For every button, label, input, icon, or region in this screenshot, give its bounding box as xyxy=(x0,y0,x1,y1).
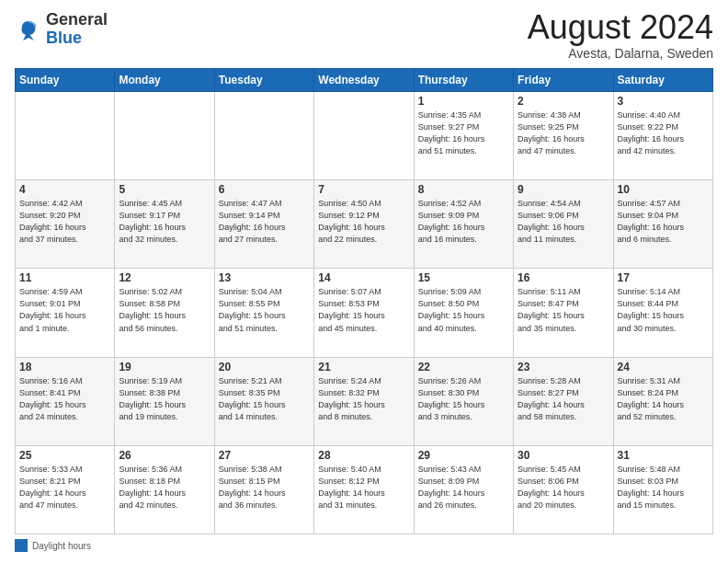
calendar-cell: 7Sunrise: 4:50 AM Sunset: 9:12 PM Daylig… xyxy=(314,180,414,269)
calendar-cell xyxy=(314,92,414,180)
calendar-week-row: 18Sunrise: 5:16 AM Sunset: 8:41 PM Dayli… xyxy=(16,357,713,445)
day-number: 14 xyxy=(318,271,409,284)
calendar-cell: 30Sunrise: 5:45 AM Sunset: 8:06 PM Dayli… xyxy=(514,445,613,534)
day-number: 2 xyxy=(518,95,609,108)
day-info: Sunrise: 4:35 AM Sunset: 9:27 PM Dayligh… xyxy=(418,109,509,157)
calendar-cell: 9Sunrise: 4:54 AM Sunset: 9:06 PM Daylig… xyxy=(514,180,613,269)
location: Avesta, Dalarna, Sweden xyxy=(528,46,713,61)
day-number: 7 xyxy=(318,183,409,196)
calendar-cell: 20Sunrise: 5:21 AM Sunset: 8:35 PM Dayli… xyxy=(214,357,313,445)
calendar-cell: 17Sunrise: 5:14 AM Sunset: 8:44 PM Dayli… xyxy=(613,269,712,357)
day-info: Sunrise: 5:26 AM Sunset: 8:30 PM Dayligh… xyxy=(418,375,509,423)
day-info: Sunrise: 5:48 AM Sunset: 8:03 PM Dayligh… xyxy=(618,464,709,511)
calendar-cell: 21Sunrise: 5:24 AM Sunset: 8:32 PM Dayli… xyxy=(314,357,414,445)
day-info: Sunrise: 5:04 AM Sunset: 8:55 PM Dayligh… xyxy=(219,286,310,334)
day-info: Sunrise: 5:45 AM Sunset: 8:06 PM Dayligh… xyxy=(518,464,609,511)
day-info: Sunrise: 5:31 AM Sunset: 8:24 PM Dayligh… xyxy=(618,375,709,423)
calendar-cell: 29Sunrise: 5:43 AM Sunset: 8:09 PM Dayli… xyxy=(414,445,513,534)
day-info: Sunrise: 4:47 AM Sunset: 9:14 PM Dayligh… xyxy=(219,198,310,246)
calendar-week-row: 11Sunrise: 4:59 AM Sunset: 9:01 PM Dayli… xyxy=(16,269,713,357)
day-info: Sunrise: 5:36 AM Sunset: 8:18 PM Dayligh… xyxy=(119,464,210,511)
calendar-cell: 22Sunrise: 5:26 AM Sunset: 8:30 PM Dayli… xyxy=(414,357,513,445)
calendar-cell: 6Sunrise: 4:47 AM Sunset: 9:14 PM Daylig… xyxy=(214,180,313,269)
logo-text: General Blue xyxy=(46,11,108,48)
day-number: 26 xyxy=(119,449,210,462)
day-info: Sunrise: 5:33 AM Sunset: 8:21 PM Dayligh… xyxy=(19,464,110,511)
calendar-cell: 27Sunrise: 5:38 AM Sunset: 8:15 PM Dayli… xyxy=(214,445,313,534)
day-info: Sunrise: 5:09 AM Sunset: 8:50 PM Dayligh… xyxy=(418,286,509,334)
day-number: 20 xyxy=(219,361,310,373)
daylight-label: Daylight hours xyxy=(32,541,91,551)
calendar-cell: 3Sunrise: 4:40 AM Sunset: 9:22 PM Daylig… xyxy=(613,92,712,180)
day-info: Sunrise: 4:52 AM Sunset: 9:09 PM Dayligh… xyxy=(418,198,509,246)
day-number: 31 xyxy=(618,449,709,462)
day-number: 24 xyxy=(618,361,709,373)
day-number: 29 xyxy=(418,449,509,462)
calendar-cell: 16Sunrise: 5:11 AM Sunset: 8:47 PM Dayli… xyxy=(514,269,613,357)
day-info: Sunrise: 4:40 AM Sunset: 9:22 PM Dayligh… xyxy=(618,109,709,157)
calendar-cell: 28Sunrise: 5:40 AM Sunset: 8:12 PM Dayli… xyxy=(314,445,414,534)
calendar-cell: 11Sunrise: 4:59 AM Sunset: 9:01 PM Dayli… xyxy=(16,269,115,357)
day-info: Sunrise: 4:57 AM Sunset: 9:04 PM Dayligh… xyxy=(618,198,709,246)
calendar-cell: 12Sunrise: 5:02 AM Sunset: 8:58 PM Dayli… xyxy=(115,269,214,357)
day-number: 8 xyxy=(418,183,509,196)
header: General Blue August 2024 Avesta, Dalarna… xyxy=(15,11,713,61)
daylight-swatch xyxy=(15,539,28,552)
day-info: Sunrise: 5:14 AM Sunset: 8:44 PM Dayligh… xyxy=(618,286,709,334)
calendar-cell: 14Sunrise: 5:07 AM Sunset: 8:53 PM Dayli… xyxy=(314,269,414,357)
day-number: 28 xyxy=(318,449,409,462)
logo-general: General xyxy=(46,10,108,29)
day-number: 11 xyxy=(19,271,110,284)
day-info: Sunrise: 5:43 AM Sunset: 8:09 PM Dayligh… xyxy=(418,464,509,511)
day-info: Sunrise: 5:16 AM Sunset: 8:41 PM Dayligh… xyxy=(19,375,110,423)
logo-blue: Blue xyxy=(46,29,82,47)
day-info: Sunrise: 5:21 AM Sunset: 8:35 PM Dayligh… xyxy=(219,375,310,423)
calendar-day-header: Tuesday xyxy=(214,69,313,92)
calendar-week-row: 1Sunrise: 4:35 AM Sunset: 9:27 PM Daylig… xyxy=(16,92,713,180)
calendar-cell xyxy=(214,92,313,180)
calendar-cell: 5Sunrise: 4:45 AM Sunset: 9:17 PM Daylig… xyxy=(115,180,214,269)
day-number: 18 xyxy=(19,361,110,373)
calendar-day-header: Monday xyxy=(115,69,214,92)
day-info: Sunrise: 4:59 AM Sunset: 9:01 PM Dayligh… xyxy=(19,286,110,334)
calendar-cell: 10Sunrise: 4:57 AM Sunset: 9:04 PM Dayli… xyxy=(613,180,712,269)
day-number: 21 xyxy=(318,361,409,373)
day-number: 3 xyxy=(618,95,709,108)
day-info: Sunrise: 5:02 AM Sunset: 8:58 PM Dayligh… xyxy=(119,286,210,334)
logo-icon xyxy=(15,16,42,43)
day-info: Sunrise: 4:45 AM Sunset: 9:17 PM Dayligh… xyxy=(119,198,210,246)
day-number: 4 xyxy=(19,183,110,196)
day-number: 15 xyxy=(418,271,509,284)
day-number: 9 xyxy=(518,183,609,196)
day-info: Sunrise: 4:42 AM Sunset: 9:20 PM Dayligh… xyxy=(19,198,110,246)
day-number: 27 xyxy=(219,449,310,462)
day-info: Sunrise: 5:38 AM Sunset: 8:15 PM Dayligh… xyxy=(219,464,310,511)
calendar-cell: 25Sunrise: 5:33 AM Sunset: 8:21 PM Dayli… xyxy=(16,445,115,534)
footer: Daylight hours xyxy=(15,539,713,552)
calendar-cell: 13Sunrise: 5:04 AM Sunset: 8:55 PM Dayli… xyxy=(214,269,313,357)
calendar-table: SundayMondayTuesdayWednesdayThursdayFrid… xyxy=(15,68,713,534)
day-number: 16 xyxy=(518,271,609,284)
day-number: 22 xyxy=(418,361,509,373)
day-info: Sunrise: 5:28 AM Sunset: 8:27 PM Dayligh… xyxy=(518,375,609,423)
calendar-header-row: SundayMondayTuesdayWednesdayThursdayFrid… xyxy=(16,69,713,92)
calendar-day-header: Sunday xyxy=(16,69,115,92)
day-info: Sunrise: 5:40 AM Sunset: 8:12 PM Dayligh… xyxy=(318,464,409,511)
day-number: 6 xyxy=(219,183,310,196)
day-info: Sunrise: 5:19 AM Sunset: 8:38 PM Dayligh… xyxy=(119,375,210,423)
calendar-day-header: Saturday xyxy=(613,69,712,92)
day-number: 17 xyxy=(618,271,709,284)
daylight-legend: Daylight hours xyxy=(15,539,91,552)
day-number: 13 xyxy=(219,271,310,284)
calendar-cell: 4Sunrise: 4:42 AM Sunset: 9:20 PM Daylig… xyxy=(16,180,115,269)
day-number: 30 xyxy=(518,449,609,462)
calendar-cell: 19Sunrise: 5:19 AM Sunset: 8:38 PM Dayli… xyxy=(115,357,214,445)
day-number: 1 xyxy=(418,95,509,108)
calendar-cell xyxy=(115,92,214,180)
calendar-cell: 31Sunrise: 5:48 AM Sunset: 8:03 PM Dayli… xyxy=(613,445,712,534)
calendar-day-header: Wednesday xyxy=(314,69,414,92)
title-area: August 2024 Avesta, Dalarna, Sweden xyxy=(528,11,713,61)
day-info: Sunrise: 4:38 AM Sunset: 9:25 PM Dayligh… xyxy=(518,109,609,157)
calendar-cell: 2Sunrise: 4:38 AM Sunset: 9:25 PM Daylig… xyxy=(514,92,613,180)
day-number: 5 xyxy=(119,183,210,196)
